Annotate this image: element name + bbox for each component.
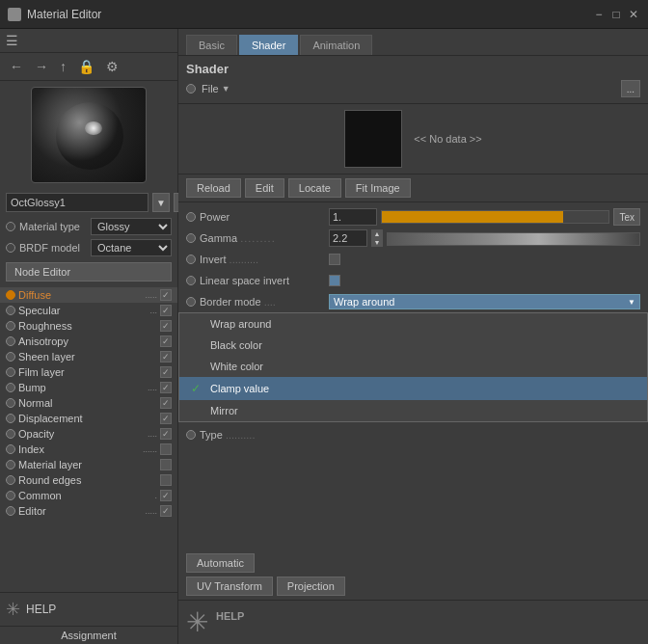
brdf-model-radio[interactable] bbox=[6, 243, 15, 253]
tab-basic[interactable]: Basic bbox=[186, 35, 237, 55]
border-mode-radio[interactable] bbox=[186, 297, 196, 307]
layer-normal-check[interactable] bbox=[160, 397, 172, 409]
layer-opacity[interactable]: Opacity .... bbox=[0, 426, 177, 442]
invert-radio[interactable] bbox=[186, 255, 196, 264]
linear-space-invert-radio[interactable] bbox=[186, 276, 196, 285]
gamma-arrows: ▲ ▼ bbox=[371, 229, 383, 247]
toolbar-row: ☰ bbox=[0, 29, 177, 53]
layer-common-check[interactable] bbox=[160, 490, 172, 501]
layer-bump-dots: .... bbox=[148, 383, 157, 392]
nav-forward-button[interactable]: → bbox=[31, 57, 52, 76]
layer-displacement-check[interactable] bbox=[160, 413, 172, 424]
layer-index-check[interactable] bbox=[160, 443, 172, 455]
uv-transform-button[interactable]: UV Transform bbox=[186, 577, 273, 596]
name-arrow-button[interactable]: ▼ bbox=[152, 193, 170, 212]
layer-bump[interactable]: Bump .... bbox=[0, 380, 177, 395]
dropdown-wrap-around[interactable]: Wrap around bbox=[179, 313, 647, 335]
automatic-button[interactable]: Automatic bbox=[186, 553, 255, 573]
layer-anisotropy-check[interactable] bbox=[160, 335, 172, 347]
layer-roughness[interactable]: Roughness bbox=[0, 318, 177, 334]
layer-index[interactable]: Index ...... bbox=[0, 442, 177, 457]
material-type-radio[interactable] bbox=[6, 222, 15, 231]
layer-editor-check[interactable] bbox=[160, 505, 172, 517]
projection-button[interactable]: Projection bbox=[277, 577, 345, 596]
layer-editor-dots: ..... bbox=[145, 506, 157, 516]
layer-opacity-check[interactable] bbox=[160, 428, 172, 440]
layer-specular-check[interactable] bbox=[160, 305, 172, 316]
sub-buttons-row: Automatic UV Transform Projection bbox=[178, 550, 648, 601]
maximize-button[interactable]: □ bbox=[609, 8, 623, 21]
dropdown-black-color[interactable]: Black color bbox=[179, 335, 647, 356]
layer-sheen-check[interactable] bbox=[160, 351, 172, 362]
shader-file-label[interactable]: File ▼ bbox=[202, 83, 230, 94]
gamma-label: Gamma ......... bbox=[200, 232, 325, 244]
dropdown-white-color[interactable]: White color bbox=[179, 356, 647, 377]
power-radio[interactable] bbox=[186, 212, 196, 222]
layer-opacity-dots: .... bbox=[148, 429, 157, 439]
dropdown-mirror[interactable]: Mirror bbox=[179, 400, 647, 421]
minimize-button[interactable]: − bbox=[592, 8, 606, 21]
layer-bump-dot bbox=[6, 383, 15, 392]
right-panel: Basic Shader Animation Shader File ▼ ...… bbox=[178, 29, 648, 644]
gamma-radio[interactable] bbox=[186, 233, 196, 243]
hamburger-icon[interactable]: ☰ bbox=[6, 33, 18, 48]
material-type-row: Material type Glossy Diffuse Specular bbox=[0, 216, 177, 237]
reload-button[interactable]: Reload bbox=[186, 178, 241, 198]
assignment-button[interactable]: Assignment bbox=[0, 626, 177, 644]
layer-diffuse[interactable]: Diffuse ..... bbox=[0, 287, 177, 303]
layer-editor[interactable]: Editor ..... bbox=[0, 503, 177, 519]
brdf-model-select[interactable]: Octane Beckmann bbox=[91, 239, 172, 256]
layer-bump-check[interactable] bbox=[160, 382, 172, 393]
layer-displacement[interactable]: Displacement bbox=[0, 411, 177, 426]
invert-label: Invert .......... bbox=[200, 254, 325, 265]
nav-up-button[interactable]: ↑ bbox=[56, 57, 70, 76]
layer-sheen-name: Sheen layer bbox=[18, 351, 154, 362]
layer-specular[interactable]: Specular ... bbox=[0, 303, 177, 318]
layer-normal[interactable]: Normal bbox=[0, 395, 177, 411]
nav-settings-button[interactable]: ⚙ bbox=[102, 57, 122, 76]
layer-anisotropy[interactable]: Anisotropy bbox=[0, 334, 177, 349]
layer-normal-dot bbox=[6, 398, 15, 408]
clamp-check-icon: ✓ bbox=[191, 382, 204, 395]
shader-dots-button[interactable]: ... bbox=[621, 80, 640, 97]
power-tex-button[interactable]: Tex bbox=[613, 208, 640, 226]
layer-common[interactable]: Common . bbox=[0, 488, 177, 503]
layer-diffuse-check[interactable] bbox=[160, 289, 172, 301]
fit-image-button[interactable]: Fit Image bbox=[345, 178, 411, 198]
layer-material-check[interactable] bbox=[160, 459, 172, 470]
shader-file-radio[interactable] bbox=[186, 84, 196, 94]
layer-list: Diffuse ..... Specular ... Roughness Ani… bbox=[0, 285, 177, 592]
layer-film-layer[interactable]: Film layer bbox=[0, 364, 177, 380]
brdf-model-label: BRDF model bbox=[19, 242, 87, 254]
type-radio[interactable] bbox=[186, 430, 196, 440]
tab-shader[interactable]: Shader bbox=[239, 35, 298, 55]
border-mode-dropdown-trigger[interactable]: Wrap around ▼ bbox=[329, 294, 640, 309]
preview-area bbox=[0, 81, 177, 189]
sub-btn-row-1: Automatic bbox=[186, 553, 640, 573]
close-button[interactable]: ✕ bbox=[627, 8, 640, 21]
material-type-select[interactable]: Glossy Diffuse Specular bbox=[91, 218, 172, 235]
layer-roughness-check[interactable] bbox=[160, 320, 172, 332]
invert-checkbox[interactable] bbox=[329, 254, 340, 265]
tab-animation[interactable]: Animation bbox=[300, 35, 372, 55]
node-editor-button[interactable]: Node Editor bbox=[6, 262, 172, 282]
locate-button[interactable]: Locate bbox=[288, 178, 341, 198]
layer-material-layer[interactable]: Material layer bbox=[0, 457, 177, 472]
edit-button[interactable]: Edit bbox=[245, 178, 284, 198]
linear-space-invert-checkbox[interactable] bbox=[329, 275, 340, 286]
border-mode-dropdown: Wrap around Black color White color ✓ Cl… bbox=[178, 312, 648, 422]
gamma-up-arrow[interactable]: ▲ bbox=[371, 229, 383, 238]
layer-sheen-layer[interactable]: Sheen layer bbox=[0, 349, 177, 364]
help-label-left: HELP bbox=[26, 603, 56, 616]
gamma-down-arrow[interactable]: ▼ bbox=[371, 238, 383, 247]
material-name-input[interactable] bbox=[6, 193, 148, 212]
nav-lock-button[interactable]: 🔒 bbox=[74, 57, 98, 76]
dropdown-clamp-value[interactable]: ✓ Clamp value bbox=[179, 377, 647, 400]
layer-round-check[interactable] bbox=[160, 474, 172, 486]
gamma-input[interactable] bbox=[329, 229, 367, 247]
nav-back-button[interactable]: ← bbox=[6, 57, 27, 76]
power-slider[interactable] bbox=[381, 210, 609, 224]
layer-round-edges[interactable]: Round edges bbox=[0, 472, 177, 488]
power-input[interactable] bbox=[329, 208, 377, 226]
layer-film-check[interactable] bbox=[160, 366, 172, 378]
